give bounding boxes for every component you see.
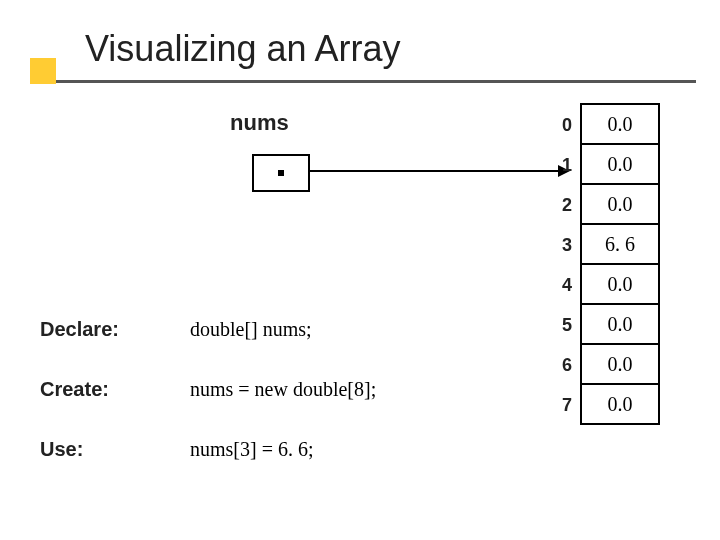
row-create: Create: nums = new double[8]; (40, 378, 376, 401)
title-bullet-square (30, 58, 56, 84)
array-index-4: 4 (552, 275, 572, 296)
array-cell-2: 0.0 (580, 183, 660, 225)
array-visual: 0 1 2 3 4 5 6 7 0.0 0.0 0.0 6. 6 0.0 0.0… (580, 105, 660, 425)
slide-title: Visualizing an Array (85, 28, 401, 70)
code-declare: double[] nums; (190, 318, 312, 341)
array-index-0: 0 (552, 115, 572, 136)
array-cell-3: 6. 6 (580, 223, 660, 265)
label-declare: Declare: (40, 318, 190, 341)
array-index-5: 5 (552, 315, 572, 336)
label-use: Use: (40, 438, 190, 461)
pointer-dot-icon (278, 170, 284, 176)
array-index-2: 2 (552, 195, 572, 216)
code-create: nums = new double[8]; (190, 378, 376, 401)
array-index-6: 6 (552, 355, 572, 376)
title-underline (56, 80, 696, 83)
pointer-arrow-line (308, 170, 558, 172)
array-index-7: 7 (552, 395, 572, 416)
array-cell-0: 0.0 (580, 103, 660, 145)
array-index-1: 1 (552, 155, 572, 176)
array-index-3: 3 (552, 235, 572, 256)
pointer-box (252, 154, 310, 192)
row-use: Use: nums[3] = 6. 6; (40, 438, 314, 461)
array-cell-5: 0.0 (580, 303, 660, 345)
array-cell-6: 0.0 (580, 343, 660, 385)
array-cell-4: 0.0 (580, 263, 660, 305)
pointer-variable-label: nums (230, 110, 289, 136)
label-create: Create: (40, 378, 190, 401)
array-cell-1: 0.0 (580, 143, 660, 185)
code-use: nums[3] = 6. 6; (190, 438, 314, 461)
array-cell-7: 0.0 (580, 383, 660, 425)
row-declare: Declare: double[] nums; (40, 318, 312, 341)
